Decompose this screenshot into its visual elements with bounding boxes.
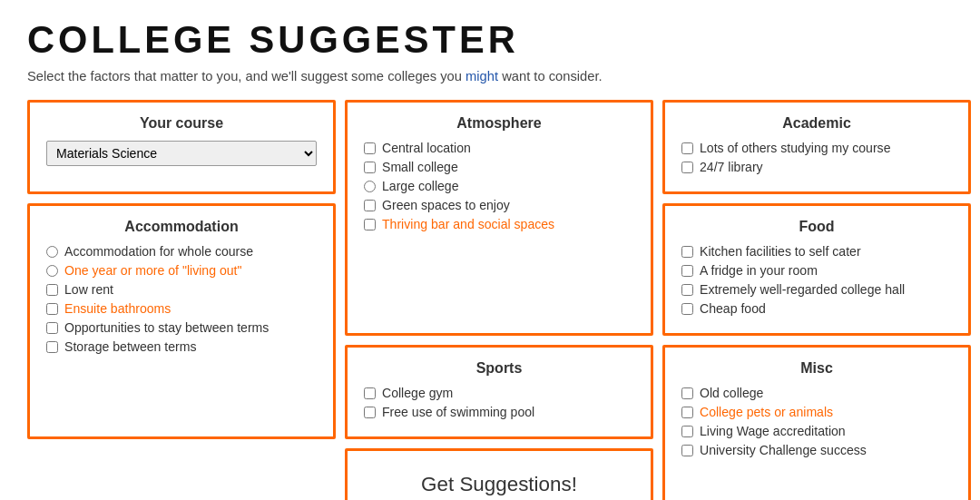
atmosphere-title: Atmosphere: [364, 115, 634, 132]
misc-item-2: College pets or animals: [681, 405, 952, 419]
card-misc: Misc Old college College pets or animals…: [662, 345, 971, 500]
food-check-1[interactable]: [681, 246, 693, 258]
food-title: Food: [681, 219, 952, 235]
get-suggestions-button[interactable]: Get Suggestions!: [345, 448, 653, 500]
food-item-3: Extremely well-regarded college hall: [681, 282, 952, 297]
accommodation-item-3: Low rent: [46, 282, 317, 297]
food-item-4: Cheap food: [681, 301, 952, 316]
card-sports: Sports College gym Free use of swimming …: [345, 345, 653, 439]
card-atmosphere: Atmosphere Central location Small colleg…: [345, 100, 653, 336]
accommodation-item-2: One year or more of "living out": [46, 263, 317, 278]
atmosphere-item-1: Central location: [364, 141, 634, 155]
page-subtitle: Select the factors that matter to you, a…: [27, 69, 953, 83]
card-accommodation: Accommodation Accommodation for whole co…: [27, 203, 336, 439]
academic-item-1: Lots of others studying my course: [681, 141, 952, 155]
your-course-title: Your course: [46, 115, 317, 132]
get-suggestions-label: Get Suggestions!: [421, 473, 577, 496]
atmosphere-check-1[interactable]: [364, 142, 376, 154]
academic-title: Academic: [681, 115, 952, 132]
sports-item-2: Free use of swimming pool: [364, 405, 634, 419]
page-title: COLLEGE SUGGESTER: [27, 18, 953, 62]
misc-title: Misc: [681, 360, 952, 377]
academic-check-2[interactable]: [681, 162, 693, 173]
card-your-course: Your course Materials Science Computer S…: [27, 100, 336, 194]
accommodation-check-3[interactable]: [46, 284, 58, 296]
misc-item-4: University Challenge success: [681, 443, 952, 457]
sports-check-2[interactable]: [364, 407, 376, 418]
card-academic: Academic Lots of others studying my cour…: [662, 100, 971, 194]
misc-item-3: Living Wage accreditation: [681, 424, 952, 438]
course-select[interactable]: Materials Science Computer Science Physi…: [46, 141, 317, 166]
atmosphere-item-5: Thriving bar and social spaces: [364, 217, 634, 231]
misc-check-1[interactable]: [681, 387, 693, 399]
accommodation-radio-1[interactable]: [46, 246, 58, 258]
atmosphere-radio-3[interactable]: [364, 181, 376, 192]
accommodation-check-5[interactable]: [46, 322, 58, 334]
accommodation-item-4: Ensuite bathrooms: [46, 301, 317, 316]
misc-item-1: Old college: [681, 386, 952, 400]
card-food: Food Kitchen facilities to self cater A …: [662, 203, 971, 336]
accommodation-title: Accommodation: [46, 219, 317, 235]
accommodation-item-5: Opportunities to stay between terms: [46, 320, 317, 335]
food-check-4[interactable]: [681, 303, 693, 315]
misc-check-3[interactable]: [681, 426, 693, 437]
academic-check-1[interactable]: [681, 142, 693, 154]
sports-check-1[interactable]: [364, 387, 376, 399]
atmosphere-item-3: Large college: [364, 179, 634, 193]
accommodation-check-4[interactable]: [46, 303, 58, 315]
atmosphere-item-2: Small college: [364, 160, 634, 174]
academic-item-2: 24/7 library: [681, 160, 952, 174]
sports-title: Sports: [364, 360, 634, 377]
food-check-2[interactable]: [681, 265, 693, 277]
atmosphere-item-4: Green spaces to enjoy: [364, 198, 634, 212]
misc-check-2[interactable]: [681, 407, 693, 418]
accommodation-radio-2[interactable]: [46, 265, 58, 277]
atmosphere-check-5[interactable]: [364, 219, 376, 230]
misc-check-4[interactable]: [681, 445, 693, 456]
food-item-1: Kitchen facilities to self cater: [681, 244, 952, 259]
main-grid: Your course Materials Science Computer S…: [27, 100, 953, 500]
atmosphere-check-2[interactable]: [364, 162, 376, 173]
accommodation-item-1: Accommodation for whole course: [46, 244, 317, 259]
food-check-3[interactable]: [681, 284, 693, 296]
accommodation-item-6: Storage between terms: [46, 339, 317, 354]
accommodation-check-6[interactable]: [46, 341, 58, 353]
atmosphere-check-4[interactable]: [364, 200, 376, 211]
food-item-2: A fridge in your room: [681, 263, 952, 278]
sports-item-1: College gym: [364, 386, 634, 400]
